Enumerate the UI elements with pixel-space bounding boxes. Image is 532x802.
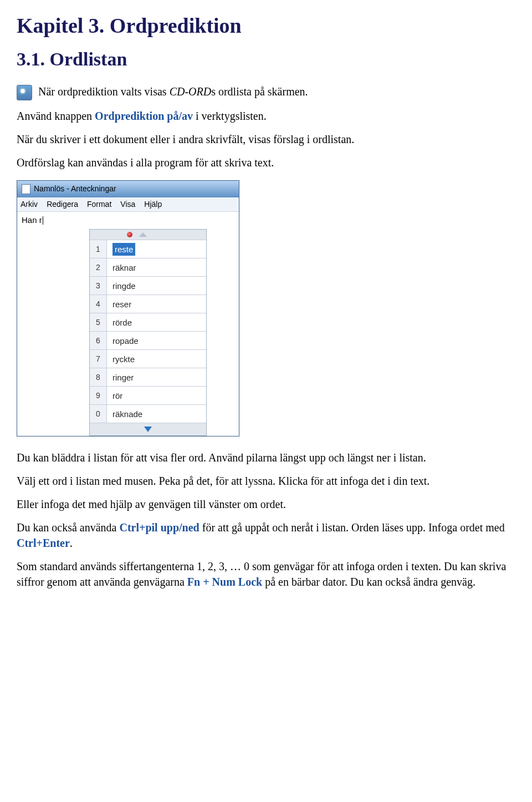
word-text: räknade (107, 405, 206, 423)
word-shortcut: 1 (90, 240, 107, 258)
text: för att gå uppåt och neråt i listan. Ord… (200, 521, 505, 534)
menu-item[interactable]: Redigera (47, 199, 78, 210)
text: När ordprediktion valts visas (38, 85, 170, 98)
menubar: Arkiv Redigera Format Visa Hjälp (17, 197, 239, 212)
word-shortcut: 8 (90, 368, 107, 386)
titlebar: Namnlös - Anteckningar (17, 181, 239, 197)
word-text: ringer (107, 368, 206, 386)
word-shortcut: 4 (90, 295, 107, 313)
notepad-window: Namnlös - Anteckningar Arkiv Redigera Fo… (17, 180, 239, 436)
word-shortcut: 5 (90, 313, 107, 331)
word-row[interactable]: 9 rör (90, 387, 206, 405)
word-list: 1 reste 2 räknar 3 ringde 4 reser 5 rörd… (90, 240, 206, 423)
intro-line-2: Använd knappen Ordprediktion på/av i ver… (17, 108, 515, 124)
shortcut-label: Ctrl+Enter (17, 537, 70, 549)
word-text: ryckte (107, 350, 206, 368)
text: Du kan också använda (17, 521, 120, 534)
body-p2: Välj ett ord i listan med musen. Peka på… (17, 473, 515, 489)
text-cursor (43, 216, 43, 225)
word-text: ropade (107, 332, 206, 349)
prediction-header (90, 230, 206, 240)
intro-line-3: När du skriver i ett dokument eller i an… (17, 131, 515, 147)
text: s ordlista på skärmen. (211, 85, 308, 98)
word-shortcut: 9 (90, 387, 107, 404)
text-area[interactable]: Han r (17, 212, 239, 229)
record-icon[interactable] (127, 232, 132, 237)
word-text: reser (107, 295, 206, 313)
word-shortcut: 2 (90, 258, 107, 276)
shortcut-label: Ctrl+pil upp/ned (120, 521, 200, 534)
word-shortcut: 7 (90, 350, 107, 368)
word-text: ringde (107, 277, 206, 295)
window-title: Namnlös - Anteckningar (34, 184, 116, 195)
text: i verktygslisten. (193, 110, 267, 122)
word-text: rör (107, 387, 206, 404)
text: på en bärbar dator. Du kan också ändra g… (262, 576, 475, 588)
body-p1: Du kan bläddra i listan för att visa fle… (17, 450, 515, 465)
text: Använd knappen (17, 110, 95, 122)
menu-item[interactable]: Hjälp (144, 199, 162, 210)
intro-line-1: När ordprediktion valts visas CD-ORDs or… (17, 84, 515, 100)
word-row[interactable]: 0 räknade (90, 405, 206, 423)
section-title: 3.1. Ordlistan (17, 46, 515, 73)
word-text: rörde (107, 313, 206, 331)
word-row[interactable]: 5 rörde (90, 313, 206, 332)
document-icon (22, 184, 30, 194)
menu-item[interactable]: Format (87, 199, 111, 210)
typed-text: Han r (22, 215, 42, 225)
wordprediction-icon (17, 85, 32, 100)
arrow-down-icon[interactable] (144, 427, 152, 432)
word-shortcut: 3 (90, 277, 107, 295)
word-text: räknar (107, 258, 206, 276)
arrow-up-icon[interactable] (139, 232, 147, 237)
text: . (70, 537, 73, 549)
prediction-panel: 1 reste 2 räknar 3 ringde 4 reser 5 rörd… (89, 229, 207, 436)
text-italic: CD-ORD (170, 85, 212, 98)
body-p4: Du kan också använda Ctrl+pil upp/ned fö… (17, 520, 515, 551)
prediction-footer (90, 423, 206, 435)
menu-item[interactable]: Visa (120, 199, 135, 210)
word-row[interactable]: 7 ryckte (90, 350, 206, 368)
word-row[interactable]: 6 ropade (90, 332, 206, 350)
word-text: reste (107, 240, 206, 258)
menu-item[interactable]: Arkiv (21, 199, 38, 210)
chapter-title: Kapitel 3. Ordprediktion (17, 11, 515, 40)
word-row[interactable]: 4 reser (90, 295, 206, 313)
word-shortcut: 0 (90, 405, 107, 423)
toolbar-button-label: Ordprediktion på/av (95, 110, 193, 122)
intro-line-4: Ordförslag kan användas i alla program f… (17, 155, 515, 170)
shortcut-label: Fn + Num Lock (187, 576, 262, 588)
body-p3: Eller infoga det med hjälp av genvägen t… (17, 496, 515, 512)
body-p5: Som standard används siffertangenterna 1… (17, 559, 515, 590)
word-shortcut: 6 (90, 332, 107, 349)
word-row[interactable]: 2 räknar (90, 258, 206, 277)
word-row[interactable]: 1 reste (90, 240, 206, 258)
word-row[interactable]: 8 ringer (90, 368, 206, 387)
word-row[interactable]: 3 ringde (90, 277, 206, 295)
